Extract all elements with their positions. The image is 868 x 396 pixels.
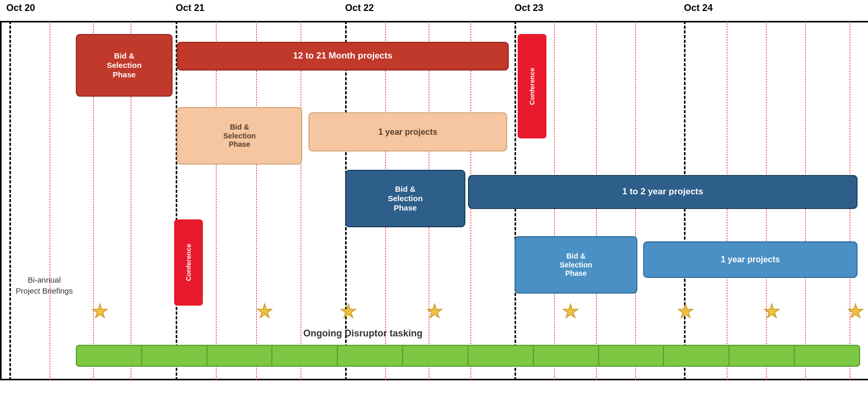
ongoing-bar-segment-8 [599, 346, 665, 366]
ongoing-bar-segment-3 [272, 346, 338, 366]
ongoing-bar-segment-5 [403, 346, 469, 366]
ongoing-bar-segment-2 [208, 346, 273, 366]
star-0: ★ [92, 300, 108, 322]
star-6: ★ [763, 300, 780, 322]
header-label-oct-20: Oct 20 [6, 3, 35, 14]
header-label-oct-23: Oct 23 [515, 3, 543, 14]
ongoing-bar-segment-9 [664, 346, 729, 366]
ongoing-bar-segment-6 [469, 346, 534, 366]
ongoing-bar-segment-4 [338, 346, 403, 366]
ongoing-label: Ongoing Disruptor tasking [303, 328, 422, 339]
1-year-projects: 1 year projects [309, 112, 507, 152]
vline-red-3 [216, 21, 216, 380]
biannual-label: Bi-annual Project Briefings [16, 274, 73, 296]
ongoing-bar-segment-7 [534, 346, 599, 366]
conf-1: Conference [518, 34, 546, 138]
bid-selection-2: Bid & Selection Phase [177, 107, 302, 165]
star-1: ★ [256, 300, 273, 322]
star-3: ★ [426, 300, 443, 322]
bid-selection-1: Bid & Selection Phase [76, 34, 173, 97]
ongoing-bar [76, 345, 860, 367]
vline-black-1 [176, 21, 177, 380]
1-to-2-year-projects: 1 to 2 year projects [468, 175, 858, 209]
header-label-oct-21: Oct 21 [176, 3, 204, 14]
star-7: ★ [847, 300, 864, 322]
star-5: ★ [677, 300, 694, 322]
1-year-projects-2: 1 year projects [643, 241, 858, 278]
vline-red-0 [50, 21, 50, 380]
12-to-21-months: 12 to 21 Month projects [177, 42, 509, 71]
top-border [0, 21, 868, 22]
star-2: ★ [340, 300, 357, 322]
star-4: ★ [562, 300, 579, 322]
ongoing-bar-segment-11 [795, 346, 859, 366]
ongoing-bar-segment-0 [77, 346, 142, 366]
header-label-oct-24: Oct 24 [684, 3, 713, 14]
vline-red-5 [301, 21, 301, 380]
ongoing-bar-segment-10 [729, 346, 795, 366]
bottom-border [0, 379, 868, 380]
vline-black-0 [9, 21, 11, 380]
header-label-oct-22: Oct 22 [345, 3, 374, 14]
bid-selection-3: Bid & Selection Phase [345, 170, 465, 227]
gantt-chart: Oct 20Oct 21Oct 22Oct 23Oct 24Conference… [0, 0, 868, 396]
ongoing-bar-segment-1 [142, 346, 208, 366]
conf-2: Conference [174, 219, 203, 306]
vline-red-4 [256, 21, 257, 380]
left-border [0, 21, 2, 380]
bid-selection-4: Bid & Selection Phase [515, 236, 637, 294]
